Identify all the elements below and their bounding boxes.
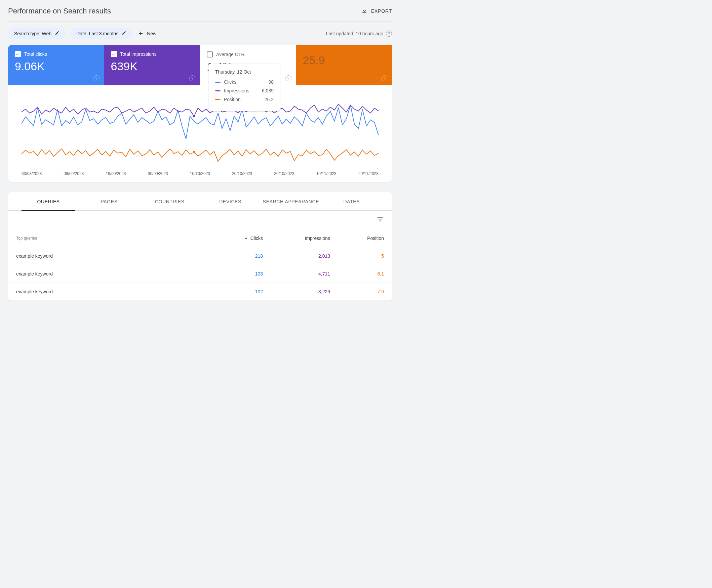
arrow-down-icon bbox=[244, 235, 248, 241]
tooltip-clicks-label: Clicks bbox=[224, 79, 236, 85]
pencil-icon bbox=[55, 30, 60, 36]
x-axis-ticks: 30/08/202309/09/202319/09/202330/09/2023… bbox=[8, 171, 392, 176]
legend-dash-clicks bbox=[215, 82, 221, 83]
tab-devices[interactable]: DEVICES bbox=[200, 192, 261, 210]
download-icon bbox=[361, 7, 368, 15]
help-icon[interactable]: ? bbox=[386, 30, 392, 37]
legend-dash-impressions bbox=[215, 90, 221, 91]
query-cell: example keyword bbox=[16, 289, 209, 294]
x-tick: 10/10/2023 bbox=[190, 171, 210, 176]
help-icon[interactable]: ? bbox=[189, 75, 195, 81]
date-chip[interactable]: Date: Last 3 months bbox=[70, 28, 133, 39]
x-tick: 10/11/2023 bbox=[316, 171, 337, 176]
export-label: EXPORT bbox=[371, 8, 392, 14]
position-cell: 6.1 bbox=[330, 271, 384, 276]
chip-label: Search type: Web bbox=[14, 31, 52, 36]
impressions-cell: 4,711 bbox=[263, 271, 330, 276]
metric-value: 639K bbox=[111, 60, 194, 73]
column-header-impressions[interactable]: Impressions bbox=[263, 235, 330, 241]
query-cell: example keyword bbox=[16, 253, 209, 259]
x-tick: 20/11/2023 bbox=[358, 171, 379, 176]
clicks-cell: 218 bbox=[209, 253, 263, 259]
help-icon[interactable]: ? bbox=[94, 75, 100, 81]
x-tick: 30/08/2023 bbox=[21, 171, 42, 176]
table-row[interactable]: example keyword1023,2297.9 bbox=[8, 283, 392, 301]
tab-queries[interactable]: QUERIES bbox=[18, 192, 79, 210]
metric-tile-clicks[interactable]: Total clicks 9.06K ? bbox=[8, 45, 104, 85]
metric-value: 25.9 bbox=[303, 54, 386, 67]
hover-dot-position bbox=[192, 150, 196, 153]
table-tabs: QUERIESPAGESCOUNTRIESDEVICESSEARCH APPEA… bbox=[8, 192, 392, 211]
series-position bbox=[21, 149, 379, 162]
tab-countries[interactable]: COUNTRIES bbox=[140, 192, 200, 210]
export-button[interactable]: EXPORT bbox=[361, 7, 392, 15]
metric-label: Average CTR bbox=[216, 52, 245, 57]
x-tick: 20/10/2023 bbox=[232, 171, 252, 176]
tooltip-impr-label: Impressions bbox=[224, 88, 249, 93]
table-row[interactable]: example keyword1034,7116.1 bbox=[8, 265, 392, 283]
help-icon[interactable]: ? bbox=[381, 75, 387, 81]
metric-tile-impressions[interactable]: Total impressions 639K ? bbox=[104, 45, 200, 85]
search-type-chip[interactable]: Search type: Web bbox=[8, 28, 65, 39]
tab-search-appearance[interactable]: SEARCH APPEARANCE bbox=[261, 192, 321, 210]
x-tick: 30/10/2023 bbox=[274, 171, 294, 176]
pencil-icon bbox=[122, 30, 126, 36]
tooltip-clicks-value: 98 bbox=[268, 79, 273, 85]
query-cell: example keyword bbox=[16, 271, 209, 276]
position-cell: 5 bbox=[330, 253, 384, 259]
table-card: QUERIESPAGESCOUNTRIESDEVICESSEARCH APPEA… bbox=[8, 192, 392, 301]
help-icon[interactable]: ? bbox=[285, 75, 291, 81]
page-title: Performance on Search results bbox=[8, 7, 111, 16]
impressions-cell: 3,229 bbox=[263, 289, 330, 294]
column-header-queries[interactable]: Top queries bbox=[16, 236, 209, 240]
plus-icon: + bbox=[139, 31, 143, 36]
position-cell: 7.9 bbox=[330, 289, 384, 294]
tooltip-date: Thursday, 12 Oct bbox=[215, 69, 273, 75]
column-header-position[interactable]: Position bbox=[330, 235, 384, 241]
new-label: New bbox=[147, 31, 156, 36]
checkbox-checked-icon bbox=[15, 51, 21, 57]
clicks-cell: 102 bbox=[209, 289, 263, 294]
metric-label: Total impressions bbox=[120, 51, 157, 57]
new-filter-button[interactable]: + New bbox=[137, 28, 158, 39]
x-tick: 30/09/2023 bbox=[148, 171, 168, 176]
filter-icon[interactable] bbox=[377, 215, 384, 224]
checkbox-checked-icon bbox=[111, 51, 117, 57]
tooltip-pos-value: 26.2 bbox=[265, 97, 273, 102]
checkbox-unchecked-icon bbox=[207, 51, 213, 58]
impressions-cell: 2,013 bbox=[263, 253, 330, 259]
table-row[interactable]: example keyword2182,0135 bbox=[8, 247, 392, 265]
tab-dates[interactable]: DATES bbox=[321, 192, 382, 210]
chart-card: Thursday, 12 Oct Clicks 98 Impressions 6… bbox=[8, 45, 392, 182]
tab-pages[interactable]: PAGES bbox=[79, 192, 139, 210]
tooltip-impr-value: 6,089 bbox=[262, 88, 273, 93]
chart-tooltip: Thursday, 12 Oct Clicks 98 Impressions 6… bbox=[209, 64, 280, 111]
x-tick: 19/09/2023 bbox=[105, 171, 126, 176]
series-impressions bbox=[21, 104, 379, 116]
legend-dash-position bbox=[215, 99, 221, 100]
last-updated-label: Last updated: 10 hours ago bbox=[326, 31, 383, 36]
tooltip-pos-label: Position bbox=[224, 97, 241, 102]
line-chart[interactable] bbox=[8, 92, 392, 169]
metric-label: Total clicks bbox=[24, 51, 47, 57]
hover-dot-impressions bbox=[192, 114, 196, 118]
metric-tile-position[interactable]: 25.9 ? bbox=[296, 45, 392, 85]
clicks-cell: 103 bbox=[209, 271, 263, 276]
metric-value: 9.06K bbox=[15, 60, 98, 73]
column-header-clicks[interactable]: Clicks bbox=[209, 235, 263, 241]
chip-label: Date: Last 3 months bbox=[76, 31, 118, 36]
x-tick: 09/09/2023 bbox=[63, 171, 84, 176]
